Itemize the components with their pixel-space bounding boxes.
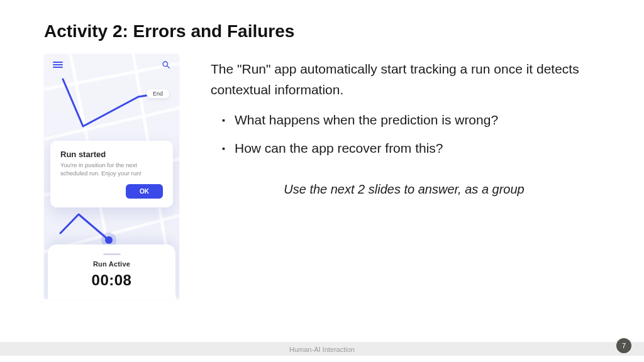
content-block: The "Run" app automatically start tracki… xyxy=(211,59,597,197)
ok-button[interactable]: OK xyxy=(126,184,163,199)
phone-mockup: End Run started You're in position for t… xyxy=(44,54,179,299)
run-started-card: Run started You're in position for the n… xyxy=(50,141,173,207)
sheet-label: Run Active xyxy=(48,260,175,268)
svg-line-8 xyxy=(167,66,170,69)
sheet-time: 00:08 xyxy=(48,272,175,289)
slide-title: Activity 2: Errors and Failures xyxy=(44,21,294,41)
slide: Activity 2: Errors and Failures End xyxy=(0,0,644,362)
current-location-dot xyxy=(105,236,113,244)
intro-paragraph: The "Run" app automatically start tracki… xyxy=(211,59,597,100)
page-number: 7 xyxy=(616,338,631,353)
footer-text: Human-AI Interaction xyxy=(0,346,644,353)
search-icon[interactable] xyxy=(162,60,170,69)
hamburger-icon[interactable] xyxy=(53,62,63,68)
card-body: You're in position for the next schedule… xyxy=(60,162,163,178)
sheet-handle-icon[interactable] xyxy=(103,253,121,255)
bullet-item: What happens when the prediction is wron… xyxy=(222,110,597,131)
card-title: Run started xyxy=(60,150,163,159)
instruction-text: Use the next 2 slides to answer, as a gr… xyxy=(211,182,597,197)
bottom-sheet[interactable]: Run Active 00:08 xyxy=(48,244,175,299)
end-pill[interactable]: End xyxy=(147,89,169,98)
bullet-item: How can the app recover from this? xyxy=(222,138,597,159)
